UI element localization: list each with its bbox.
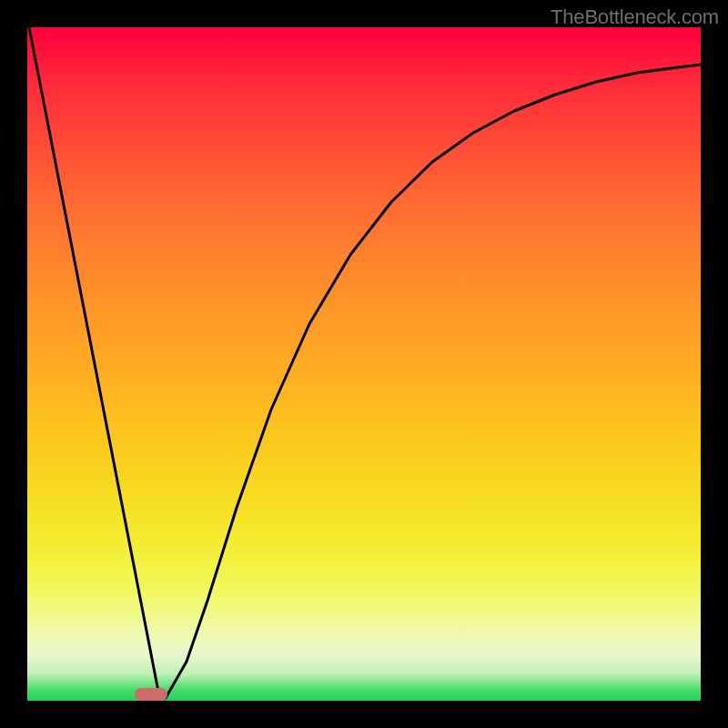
chart-frame: TheBottleneck.com xyxy=(0,0,728,728)
curve-path xyxy=(29,27,701,698)
watermark-text: TheBottleneck.com xyxy=(551,5,719,29)
optimal-marker xyxy=(135,688,167,701)
plot-area xyxy=(27,27,701,701)
bottleneck-curve xyxy=(27,27,701,701)
